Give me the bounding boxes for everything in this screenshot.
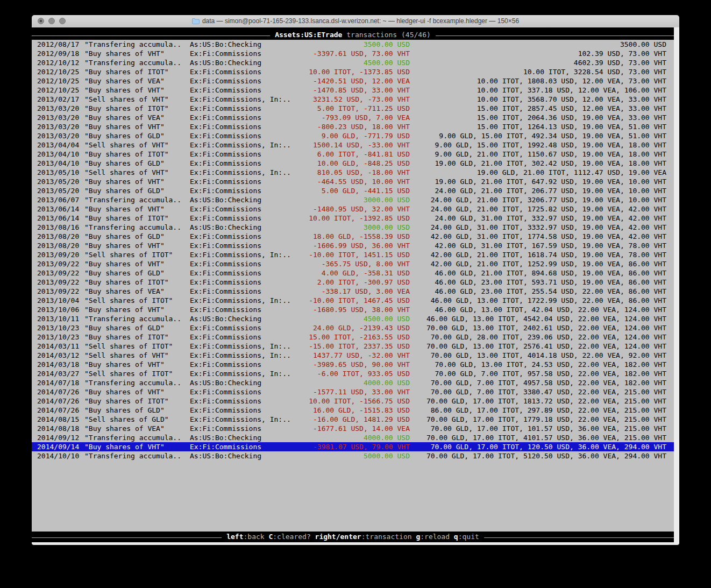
transaction-row[interactable]: 2013/04/04 "Sell shares of VHT" Ex:Fi:Co… — [32, 140, 674, 150]
terminal-window: data — simon@pool-71-165-239-133.lsanca.… — [32, 15, 679, 545]
transaction-other-accounts: Ex:Fi:Commissions — [190, 406, 305, 415]
window-title-text: data — simon@pool-71-165-239-133.lsanca.… — [202, 17, 519, 25]
transaction-other-accounts: Ex:Fi:Commissions, In:.. — [190, 95, 305, 104]
transaction-description: "Sell shares of VHT" — [84, 351, 190, 360]
transaction-row[interactable]: 2012/10/12 "Transfering accumula.. As:US… — [32, 58, 674, 67]
transaction-row[interactable]: 2013/10/23 "Buy shares of ITOT" Ex:Fi:Co… — [32, 332, 674, 342]
transaction-row[interactable]: 2014/03/18 "Buy shares of VHT" Ex:Fi:Com… — [32, 360, 674, 369]
transaction-row[interactable]: 2013/03/20 "Buy shares of VHT" Ex:Fi:Com… — [32, 122, 674, 131]
transaction-change-amount: -3989.65 USD, 90.00 VHT — [305, 360, 410, 369]
transaction-row[interactable]: 2013/10/23 "Buy shares of GLD" Ex:Fi:Com… — [32, 323, 674, 332]
transaction-row[interactable]: 2014/07/18 "Transfering accumula.. As:US… — [32, 378, 674, 387]
transaction-running-balance: 70.00 GLD, 17.00 ITOT, 101.57 USD, 36.00… — [410, 424, 666, 433]
transaction-change-amount: 1437.77 USD, -32.00 VHT — [305, 351, 410, 360]
transaction-other-accounts: As:US:Bo:Checking — [190, 195, 305, 204]
transaction-row[interactable]: 2013/05/20 "Buy shares of VHT" Ex:Fi:Com… — [32, 177, 674, 186]
transaction-date: 2013/06/14 — [32, 204, 84, 214]
transaction-running-balance: 70.00 GLD, 13.00 ITOT, 24.53 USD, 22.00 … — [410, 360, 666, 369]
transaction-running-balance: 24.00 GLD, 21.00 ITOT, 1725.82 USD, 19.0… — [410, 204, 666, 214]
transaction-other-accounts: Ex:Fi:Commissions — [190, 268, 305, 278]
minimize-button[interactable] — [48, 18, 55, 24]
transaction-other-accounts: Ex:Fi:Commissions — [190, 305, 305, 314]
footer-key-label: :cleared? — [273, 533, 310, 541]
transaction-date: 2013/09/20 — [32, 250, 84, 259]
transaction-change-amount: 4500.00 USD — [305, 314, 410, 323]
transaction-row[interactable]: 2013/03/20 "Buy shares of VEA" Ex:Fi:Com… — [32, 113, 674, 122]
transaction-running-balance: 70.00 GLD, 7.00 ITOT, 3380.47 USD, 22.00… — [410, 387, 666, 396]
transaction-change-amount: -338.17 USD, 3.00 VEA — [305, 287, 410, 296]
transaction-row[interactable]: 2012/10/25 "Buy shares of ITOT" Ex:Fi:Co… — [32, 67, 674, 76]
transaction-row[interactable]: 2013/03/20 "Buy shares of GLD" Ex:Fi:Com… — [32, 131, 674, 140]
transaction-date: 2013/04/04 — [32, 140, 84, 150]
transaction-row[interactable]: 2013/06/14 "Buy shares of VHT" Ex:Fi:Com… — [32, 204, 674, 214]
transaction-other-accounts: Ex:Fi:Commissions — [190, 232, 305, 241]
transaction-row[interactable]: 2013/04/10 "Buy shares of ITOT" Ex:Fi:Co… — [32, 150, 674, 159]
transaction-row[interactable]: 2014/08/18 "Buy shares of VEA" Ex:Fi:Com… — [32, 424, 674, 433]
transaction-date: 2013/05/10 — [32, 168, 84, 177]
transaction-other-accounts: Ex:Fi:Commissions, In:.. — [190, 351, 305, 360]
tui-header-bar: Assets:US:ETrade transactions (45/46) — [32, 27, 674, 40]
transaction-date: 2014/08/15 — [32, 415, 84, 424]
transaction-row[interactable]: 2012/08/17 "Transfering accumula.. As:US… — [32, 40, 674, 49]
transaction-row[interactable]: 2014/09/12 "Transfering accumula.. As:US… — [32, 433, 674, 442]
transaction-change-amount: 5.00 GLD, -441.15 USD — [305, 186, 410, 195]
zoom-button[interactable] — [59, 18, 66, 24]
transaction-row[interactable]: 2013/09/22 "Buy shares of ITOT" Ex:Fi:Co… — [32, 278, 674, 287]
transaction-change-amount: -1480.95 USD, 32.00 VHT — [305, 204, 410, 214]
transaction-row[interactable]: 2014/07/26 "Buy shares of ITOT" Ex:Fi:Co… — [32, 396, 674, 406]
transaction-row[interactable]: 2013/03/20 "Buy shares of ITOT" Ex:Fi:Co… — [32, 104, 674, 113]
transaction-date: 2014/03/12 — [32, 351, 84, 360]
transaction-row[interactable]: 2012/09/18 "Buy shares of VHT" Ex:Fi:Com… — [32, 49, 674, 58]
transaction-row[interactable]: 2013/10/11 "Transfering accumula.. As:US… — [32, 314, 674, 323]
transaction-row[interactable]: 2013/06/07 "Transfering accumula.. As:US… — [32, 195, 674, 204]
transaction-row[interactable]: 2014/03/11 "Sell shares of ITOT" Ex:Fi:C… — [32, 342, 674, 351]
transaction-other-accounts: Ex:Fi:Commissions — [190, 113, 305, 122]
transaction-change-amount: -10.00 ITOT, 1467.45 USD — [305, 296, 410, 305]
transaction-row[interactable]: 2014/03/27 "Sell shares of ITOT" Ex:Fi:C… — [32, 369, 674, 378]
transaction-row[interactable]: 2013/09/22 "Buy shares of GLD" Ex:Fi:Com… — [32, 268, 674, 278]
transaction-date: 2014/09/14 — [32, 442, 84, 451]
transaction-row[interactable]: 2014/03/12 "Sell shares of VHT" Ex:Fi:Co… — [32, 351, 674, 360]
footer-key-label: :back — [243, 533, 264, 541]
transaction-running-balance: 24.00 GLD, 31.00 ITOT, 3332.97 USD, 19.0… — [410, 223, 666, 232]
transaction-row[interactable]: 2014/10/10 "Transfering accumula.. As:US… — [32, 451, 674, 461]
transaction-row[interactable]: 2013/10/04 "Sell shares of ITOT" Ex:Fi:C… — [32, 296, 674, 305]
transaction-running-balance: 46.00 GLD, 13.00 ITOT, 1722.99 USD, 22.0… — [410, 296, 666, 305]
transaction-row[interactable]: 2013/05/10 "Sell shares of VHT" Ex:Fi:Co… — [32, 168, 674, 177]
transaction-running-balance: 15.00 ITOT, 1264.13 USD, 19.00 VEA, 51.0… — [410, 122, 666, 131]
transaction-other-accounts: Ex:Fi:Commissions — [190, 86, 305, 95]
transaction-row[interactable]: 2013/09/20 "Sell shares of ITOT" Ex:Fi:C… — [32, 250, 674, 259]
title-bar[interactable]: data — simon@pool-71-165-239-133.lsanca.… — [32, 15, 679, 27]
transaction-row[interactable]: 2014/09/14 "Buy shares of VHT" Ex:Fi:Com… — [32, 442, 674, 451]
transaction-row[interactable]: 2013/10/06 "Buy shares of VHT" Ex:Fi:Com… — [32, 305, 674, 314]
scrollbar[interactable] — [674, 27, 679, 542]
window-bottom-edge — [32, 542, 679, 545]
transaction-date: 2012/08/17 — [32, 40, 84, 49]
transaction-row[interactable]: 2014/07/26 "Buy shares of VHT" Ex:Fi:Com… — [32, 387, 674, 396]
transaction-other-accounts: Ex:Fi:Commissions — [190, 159, 305, 168]
transaction-date: 2013/09/22 — [32, 278, 84, 287]
transaction-row[interactable]: 2013/08/20 "Buy shares of VHT" Ex:Fi:Com… — [32, 241, 674, 250]
transaction-description: "Buy shares of ITOT" — [84, 150, 190, 159]
transaction-change-amount: 4000.00 USD — [305, 433, 410, 442]
transaction-row[interactable]: 2013/06/14 "Buy shares of ITOT" Ex:Fi:Co… — [32, 214, 674, 223]
transaction-row[interactable]: 2014/07/26 "Buy shares of GLD" Ex:Fi:Com… — [32, 406, 674, 415]
transaction-row[interactable]: 2012/10/25 "Buy shares of VHT" Ex:Fi:Com… — [32, 86, 674, 95]
transaction-row[interactable]: 2014/08/15 "Sell shares of GLD" Ex:Fi:Co… — [32, 415, 674, 424]
transaction-change-amount: -1470.85 USD, 33.00 VHT — [305, 86, 410, 95]
transaction-change-amount: -1420.51 USD, 12.00 VEA — [305, 76, 410, 86]
transaction-date: 2013/04/10 — [32, 150, 84, 159]
transaction-other-accounts: Ex:Fi:Commissions — [190, 278, 305, 287]
transaction-row[interactable]: 2013/08/20 "Buy shares of GLD" Ex:Fi:Com… — [32, 232, 674, 241]
transaction-row[interactable]: 2013/05/20 "Buy shares of GLD" Ex:Fi:Com… — [32, 186, 674, 195]
close-button[interactable] — [38, 18, 44, 24]
transaction-description: "Buy shares of ITOT" — [84, 214, 190, 223]
transaction-date: 2014/07/26 — [32, 387, 84, 396]
transaction-row[interactable]: 2013/09/22 "Buy shares of VEA" Ex:Fi:Com… — [32, 287, 674, 296]
transaction-change-amount: -1606.99 USD, 36.00 VHT — [305, 241, 410, 250]
transaction-row[interactable]: 2012/10/25 "Buy shares of VEA" Ex:Fi:Com… — [32, 76, 674, 86]
transaction-row[interactable]: 2013/04/10 "Buy shares of GLD" Ex:Fi:Com… — [32, 159, 674, 168]
transaction-row[interactable]: 2013/09/22 "Buy shares of VHT" Ex:Fi:Com… — [32, 259, 674, 268]
transaction-row[interactable]: 2013/08/16 "Transfering accumula.. As:US… — [32, 223, 674, 232]
transaction-row[interactable]: 2013/02/17 "Sell shares of VHT" Ex:Fi:Co… — [32, 95, 674, 104]
